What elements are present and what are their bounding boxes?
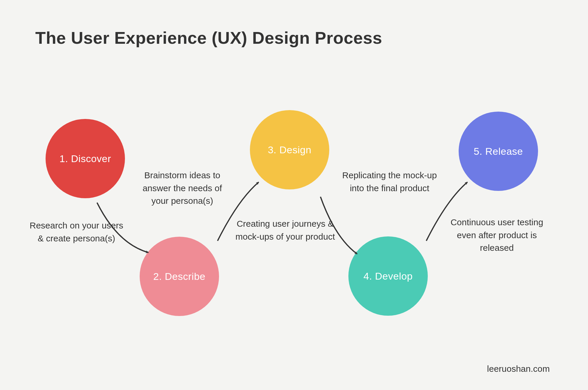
diagram-title: The User Experience (UX) Design Process bbox=[35, 28, 382, 48]
step-label: 1. Discover bbox=[56, 153, 114, 165]
step-circle-release: 5. Release bbox=[459, 112, 538, 191]
diagram-stage: The User Experience (UX) Design Process … bbox=[0, 0, 588, 390]
step-circle-develop: 4. Develop bbox=[348, 236, 428, 316]
step-caption-develop: Replicating the mock-up into the final p… bbox=[341, 169, 438, 194]
step-label: 3. Design bbox=[265, 144, 314, 156]
step-caption-discover: Research on your users & create persona(… bbox=[29, 219, 123, 245]
step-circle-design: 3. Design bbox=[250, 110, 329, 189]
attribution: leeruoshan.com bbox=[487, 364, 550, 374]
step-label: 2. Describe bbox=[150, 270, 208, 283]
step-circle-describe: 2. Describe bbox=[140, 237, 219, 316]
step-caption-design: Creating user journeys & mock-ups of you… bbox=[235, 217, 335, 243]
step-caption-describe: Brainstorm ideas to answer the needs of … bbox=[134, 169, 231, 207]
step-caption-release: Continuous user testing even after produ… bbox=[448, 216, 545, 254]
step-label: 5. Release bbox=[471, 145, 526, 157]
step-label: 4. Develop bbox=[360, 270, 416, 282]
step-circle-discover: 1. Discover bbox=[46, 119, 125, 198]
